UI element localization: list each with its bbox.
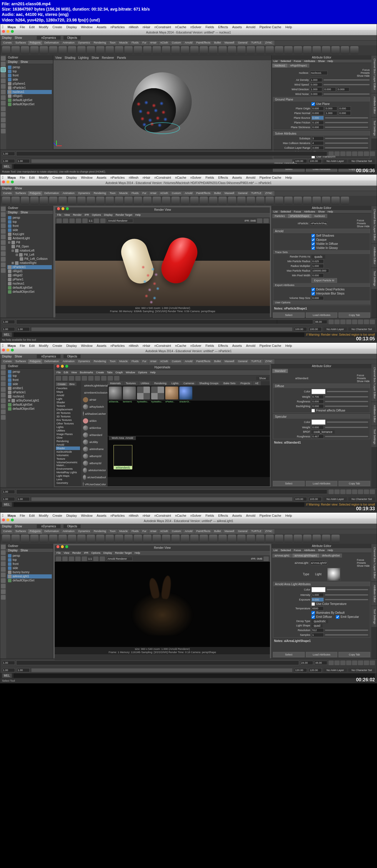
- shelf-icons[interactable]: [0, 45, 377, 55]
- export-particle-button[interactable]: Export Particle M: [312, 278, 337, 283]
- material-swatches[interactable]: aiStanda.. lambert1 hydeallbu.. hydeallb…: [108, 385, 270, 401]
- shelf-tabs[interactable]: CurvesSurfacesPolygons DeformationAnimat…: [0, 40, 377, 45]
- hypershade-node-list[interactable]: aiMeshLightMaterial aiAmbientOcclusion a…: [81, 381, 108, 487]
- pill-particles: [137, 263, 169, 304]
- attribute-editor[interactable]: Attribute Editor ListSelectedFocusAttrib…: [271, 206, 371, 317]
- file-video: Video: h264, yuv420p, 1280x720, 23.98 fp…: [2, 17, 375, 23]
- status-line[interactable]: DisplayShow nDynamics Objects: [0, 35, 377, 40]
- bunny-render: [132, 577, 193, 636]
- file-audio: Audio: aac, 44100 Hz, stereo (eng): [2, 12, 375, 17]
- work-area[interactable]: Work Area Arnold aiStandard1: [108, 436, 270, 477]
- zoom-icon[interactable]: [11, 30, 14, 33]
- plane-bounce-field[interactable]: [312, 116, 324, 120]
- render-info: size: 960 x 540 zoom: 1.000 (Arnold Rend…: [55, 306, 270, 314]
- node-name-field[interactable]: [310, 71, 327, 75]
- exposure-field[interactable]: [312, 597, 324, 602]
- file-size: Size: 163847597 bytes (156.26 MiB), dura…: [2, 6, 375, 12]
- shader-node[interactable]: aiStandard1: [114, 445, 132, 469]
- toolbox[interactable]: [0, 55, 6, 149]
- hypershade-window[interactable]: Hypershade FileEditViewBookmarksCreateTa…: [54, 365, 270, 487]
- diffuse-color-swatch[interactable]: [312, 389, 325, 394]
- render-icon[interactable]: [56, 218, 62, 223]
- maya-screenshot-1: fxphd  Maya FileEdit ModifyCreate Displ…: [0, 24, 377, 174]
- viewport-canvas[interactable]: [54, 60, 271, 149]
- maya-menu[interactable]: Maya: [8, 25, 16, 29]
- light-swatch: [327, 568, 340, 581]
- outliner-panel[interactable]: Outliner DisplayShow persp top front sid…: [6, 206, 53, 317]
- maya-screenshot-2: fxphd Maya FileEditModify CreateDisplay…: [0, 174, 377, 342]
- side-tabs[interactable]: Channel Box / Layer EditorAttribute Edit…: [371, 55, 377, 149]
- close-icon[interactable]: [2, 30, 5, 33]
- axis-gizmo: [56, 135, 67, 146]
- render-view-window[interactable]: Render View FileViewRenderIPROptionsDisp…: [55, 207, 270, 316]
- mac-menubar[interactable]:  Maya FileEdit ModifyCreate DisplayWind…: [0, 24, 377, 30]
- attribute-editor[interactable]: Attribute Editor ListSelectedFocusAttrib…: [271, 55, 371, 149]
- timestamp: 00:06:36: [356, 168, 375, 174]
- hypershade-create-tree[interactable]: CreateBins FavoritesMayaArnoldLightShade…: [55, 381, 81, 487]
- outliner-panel[interactable]: Outliner DisplayShow persp top front sid…: [6, 55, 53, 149]
- viewport[interactable]: ViewShadingLightingShowRendererPanels: [53, 55, 271, 149]
- outliner-selected: nucleus1: [7, 90, 52, 94]
- maya-screenshot-3: fxphd Maya FileEditModifyCreateDisplayW…: [0, 342, 377, 512]
- hypershade-main[interactable]: MaterialsTexturesUtilitiesRenderingLight…: [108, 381, 270, 487]
- mac-menubar[interactable]: Maya FileEditModify CreateDisplayWindow…: [0, 175, 377, 181]
- outliner-title: Outliner: [6, 55, 53, 60]
- command-line[interactable]: MEL: [0, 164, 377, 169]
- render-canvas: [55, 224, 270, 306]
- rotate-tool[interactable]: [1, 67, 6, 72]
- maya-screenshot-4: fxphd MayaFileEditModifyCreateDisplayWi…: [0, 512, 377, 683]
- renderer-dropdown[interactable]: Arnold Renderer: [107, 219, 133, 223]
- render-view-window[interactable]: Render View FileViewRenderIPROptionsDisp…: [54, 545, 270, 657]
- file-name: File: arn201-class08.mp4: [2, 1, 375, 6]
- window-title: Autodesk Maya 2014 - Educational Version…: [0, 30, 377, 35]
- render-toolbar[interactable]: 1:1 Arnold Renderer IPR: 0MB: [55, 218, 270, 224]
- file-info-header: File: arn201-class08.mp4 Size: 163847597…: [0, 0, 377, 24]
- apple-menu[interactable]: : [2, 25, 3, 29]
- minimize-icon[interactable]: [6, 30, 9, 33]
- playback-controls[interactable]: [328, 151, 375, 156]
